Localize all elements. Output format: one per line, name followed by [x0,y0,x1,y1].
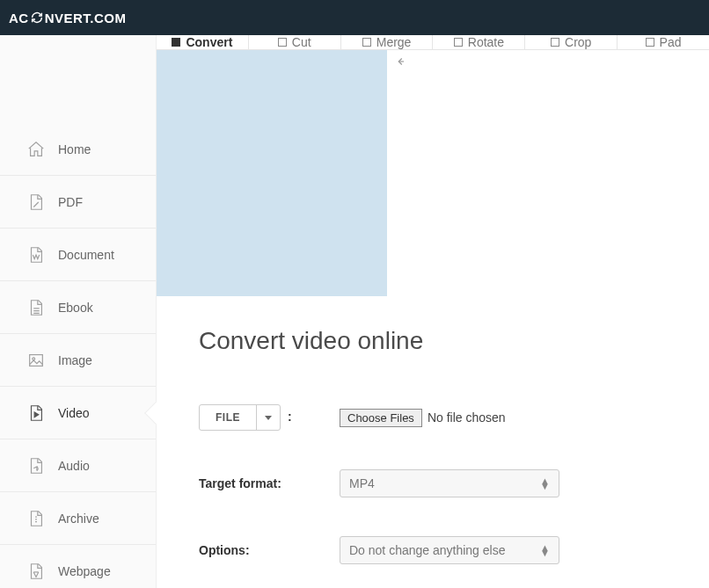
ebook-icon [26,298,46,317]
colon: : [288,410,292,424]
file-source-caret[interactable] [257,405,280,430]
tab-rotate[interactable]: Rotate [433,35,525,49]
select-arrows-icon: ▲▼ [540,545,550,555]
file-input-status: No file chosen [428,410,506,425]
tab-convert[interactable]: Convert [157,35,249,49]
tab-bar: Convert Cut Merge Rotate Crop Pad [157,35,709,50]
video-icon [26,403,46,423]
sidebar-item-label: PDF [58,195,83,209]
options-value: Do not change anything else [349,543,505,557]
ad-row [157,50,709,296]
sidebar-item-label: Audio [58,459,90,473]
main-panel: Convert Cut Merge Rotate Crop Pad Conver… [157,35,709,588]
tab-label: Crop [565,35,591,49]
choose-files-button[interactable]: Choose Files [340,409,422,427]
options-select[interactable]: Do not change anything else ▲▼ [340,536,559,564]
target-format-value: MP4 [349,476,375,490]
sidebar-item-label: Video [58,406,90,420]
checkbox-icon [551,38,559,47]
brand-pre: AC [9,11,29,25]
home-icon [26,140,46,159]
audio-icon [26,456,46,475]
ad-close-arrow[interactable] [387,50,413,296]
tab-crop[interactable]: Crop [525,35,618,49]
page-title: Convert video online [199,327,674,355]
tab-cut[interactable]: Cut [249,35,341,49]
checkbox-icon [454,38,463,47]
webpage-icon [26,562,46,581]
sidebar-item-document[interactable]: Document [0,229,156,281]
tab-label: Rotate [468,35,504,49]
checkbox-icon [646,38,654,47]
row-options: Options: Do not change anything else ▲▼ [199,536,674,564]
tab-pad[interactable]: Pad [618,35,709,49]
sidebar-item-home[interactable]: Home [0,123,156,176]
svg-point-1 [33,357,35,359]
sidebar-item-webpage[interactable]: Webpage [0,545,156,588]
sidebar-item-label: Document [58,248,114,262]
sidebar-item-audio[interactable]: Audio [0,439,156,492]
archive-icon [26,509,46,528]
brand-logo[interactable]: AC NVERT.COM [9,11,127,25]
brand-post: NVERT.COM [45,11,127,25]
ad-placeholder [157,50,387,296]
checkbox-icon [172,38,180,47]
sidebar-item-label: Archive [58,512,99,526]
tab-label: Pad [660,35,682,49]
refresh-icon [30,11,44,25]
tab-label: Cut [292,35,311,49]
app-header: AC NVERT.COM [0,0,709,35]
sidebar-item-image[interactable]: Image [0,334,156,387]
target-format-select[interactable]: MP4 ▲▼ [340,469,559,497]
tab-label: Merge [376,35,412,49]
checkbox-icon [278,38,287,47]
svg-rect-0 [30,354,43,366]
sidebar-item-label: Webpage [58,564,111,578]
caret-down-icon [265,416,272,420]
target-format-label: Target format: [199,476,340,490]
pdf-icon [26,192,46,212]
sidebar-item-archive[interactable]: Archive [0,492,156,545]
tab-merge[interactable]: Merge [341,35,434,49]
image-icon [26,351,46,370]
file-source-label: FILE [200,405,257,430]
file-source-dropdown[interactable]: FILE [199,404,281,431]
row-target-format: Target format: MP4 ▲▼ [199,469,674,497]
sidebar-item-label: Image [58,353,92,367]
row-file: FILE : Choose Files No file chosen [199,404,674,431]
sidebar-item-label: Home [58,142,91,156]
options-label: Options: [199,543,340,557]
sidebar-item-video[interactable]: Video [0,387,156,439]
select-arrows-icon: ▲▼ [540,478,550,489]
sidebar-item-label: Ebook [58,301,93,315]
content-area: Convert video online FILE : Choose Files… [157,296,709,588]
checkbox-icon [362,38,371,47]
file-source-group: FILE : [199,404,340,431]
sidebar-item-pdf[interactable]: PDF [0,176,156,229]
sidebar: Home PDF Document Ebook Image Video Audi… [0,35,157,588]
file-input[interactable]: Choose Files No file chosen [340,409,506,427]
tab-label: Convert [186,35,232,49]
document-icon [26,245,46,265]
arrow-left-icon [394,55,406,68]
sidebar-item-ebook[interactable]: Ebook [0,281,156,334]
